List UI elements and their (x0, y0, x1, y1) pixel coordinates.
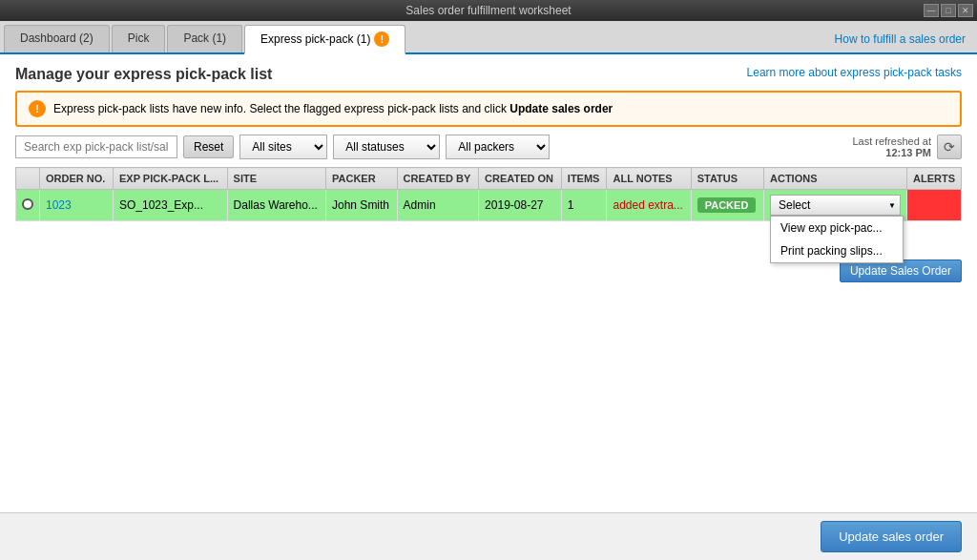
alert-icon: ! (29, 100, 46, 117)
alert-banner: ! Express pick-pack lists have new info.… (15, 91, 962, 127)
window-controls: — □ ✕ (924, 4, 973, 17)
tab-pick[interactable]: Pick (112, 25, 166, 52)
refresh-label: Last refreshed at (852, 135, 931, 147)
actions-dropdown: Select View exp pick-pac... Print packin… (770, 195, 901, 216)
row-status: PACKED (691, 190, 763, 221)
express-alert-badge: ! (374, 31, 389, 47)
tab-pack-label: Pack (1) (183, 31, 226, 45)
tab-express[interactable]: Express pick-pack (1) ! (244, 25, 405, 54)
search-input[interactable] (15, 135, 177, 158)
how-to-fulfill-link[interactable]: How to fulfill a sales order (827, 29, 973, 50)
main-window: Dashboard (2) Pick Pack (1) Express pick… (0, 21, 977, 560)
toolbar-left: Reset All sites All statuses All packers (15, 135, 550, 159)
notes-link[interactable]: added extra... (613, 198, 682, 212)
learn-more-link[interactable]: Learn more about express pick-pack tasks (747, 66, 962, 79)
tabs-left: Dashboard (2) Pick Pack (1) Express pick… (4, 25, 405, 52)
refresh-time: 12:13 PM (885, 147, 931, 158)
dropdown-view-item[interactable]: View exp pick-pac... (771, 217, 903, 239)
actions-select[interactable]: Select View exp pick-pac... Print packin… (770, 195, 901, 216)
dropdown-print-item[interactable]: Print packing slips... (771, 239, 903, 262)
row-order-no: 1023 (40, 190, 114, 221)
table-body: 1023 SO_1023_Exp... Dallas Wareho... Joh… (16, 190, 962, 221)
content-area: Manage your express pick-pack list Learn… (0, 54, 977, 512)
page-title: Manage your express pick-pack list (15, 66, 272, 83)
th-all-notes: ALL NOTES (607, 168, 691, 190)
table-header: ORDER NO. EXP PICK-PACK L... SITE PACKER… (16, 168, 962, 190)
th-created-by: CREATED BY (397, 168, 479, 190)
toolbar: Reset All sites All statuses All packers… (15, 135, 962, 159)
th-radio (16, 168, 40, 190)
tab-pack[interactable]: Pack (1) (167, 25, 242, 52)
status-badge: PACKED (697, 197, 757, 213)
header-row: ORDER NO. EXP PICK-PACK L... SITE PACKER… (16, 168, 962, 190)
minimize-btn[interactable]: — (924, 4, 939, 17)
refresh-button[interactable]: ⟳ (937, 135, 962, 159)
row-radio[interactable] (22, 198, 33, 210)
th-exp-pick: EXP PICK-PACK L... (113, 168, 227, 190)
row-actions: Select View exp pick-pac... Print packin… (764, 190, 907, 221)
row-alert-cell (907, 190, 962, 221)
th-created-on: CREATED ON (479, 168, 562, 190)
site-filter[interactable]: All sites (239, 135, 327, 159)
row-items: 1 (561, 190, 607, 221)
th-packer: PACKER (326, 168, 398, 190)
th-status: STATUS (691, 168, 763, 190)
refresh-area: Last refreshed at 12:13 PM ⟳ (852, 135, 962, 159)
tab-express-label: Express pick-pack (1) (260, 32, 370, 46)
row-radio-cell[interactable] (16, 190, 40, 221)
update-sales-order-button[interactable]: Update sales order (821, 521, 962, 552)
tab-dashboard[interactable]: Dashboard (2) (4, 25, 110, 52)
data-table: ORDER NO. EXP PICK-PACK L... SITE PACKER… (15, 167, 962, 221)
select-wrapper: Select View exp pick-pac... Print packin… (770, 195, 901, 216)
th-order-no: ORDER NO. (40, 168, 114, 190)
order-link[interactable]: 1023 (46, 198, 72, 212)
actions-dropdown-menu: View exp pick-pac... Print packing slips… (770, 216, 904, 263)
row-created-on: 2019-08-27 (479, 190, 562, 221)
tab-express-with-badge: Express pick-pack (1) ! (260, 31, 389, 47)
title-bar: Sales order fulfillment worksheet — □ ✕ (0, 0, 977, 21)
bottom-bar: Update sales order (0, 512, 977, 560)
th-alerts: ALERTS (907, 168, 962, 190)
row-packer: John Smith (326, 190, 398, 221)
refresh-time-display: Last refreshed at 12:13 PM (852, 135, 931, 158)
th-site: SITE (227, 168, 325, 190)
th-actions: ACTIONS (764, 168, 907, 190)
tab-dashboard-label: Dashboard (2) (20, 31, 94, 45)
tab-bar: Dashboard (2) Pick Pack (1) Express pick… (0, 21, 977, 54)
row-all-notes: added extra... (607, 190, 691, 221)
page-header: Manage your express pick-pack list Learn… (15, 66, 962, 83)
row-exp-pick: SO_1023_Exp... (113, 190, 227, 221)
close-btn[interactable]: ✕ (958, 4, 973, 17)
row-site: Dallas Wareho... (227, 190, 325, 221)
tab-pick-label: Pick (128, 31, 150, 45)
row-created-by: Admin (397, 190, 479, 221)
window-title: Sales order fulfillment worksheet (405, 4, 571, 17)
alert-text: Express pick-pack lists have new info. S… (53, 102, 613, 115)
th-items: ITEMS (561, 168, 607, 190)
packer-filter[interactable]: All packers (446, 135, 550, 159)
table-row: 1023 SO_1023_Exp... Dallas Wareho... Joh… (16, 190, 962, 221)
maximize-btn[interactable]: □ (941, 4, 956, 17)
reset-button[interactable]: Reset (183, 135, 234, 158)
status-filter[interactable]: All statuses (333, 135, 440, 159)
